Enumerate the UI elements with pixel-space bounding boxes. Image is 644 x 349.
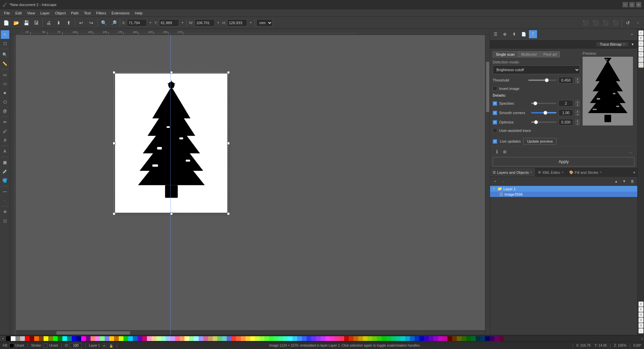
color-swatch[interactable] [34, 336, 39, 341]
close-button[interactable]: × [636, 2, 641, 7]
color-swatch[interactable] [105, 336, 109, 341]
color-swatch[interactable] [447, 336, 452, 341]
color-swatch[interactable] [424, 336, 429, 341]
speckles-checkbox[interactable]: ✓ [493, 101, 497, 106]
color-swatch[interactable] [119, 336, 123, 341]
more-options[interactable]: ... [626, 150, 635, 154]
optimize-up[interactable]: ▲ [575, 119, 580, 122]
color-swatch[interactable] [175, 336, 180, 341]
menu-text[interactable]: Text [81, 10, 93, 16]
color-swatch[interactable] [156, 336, 161, 341]
paint-bucket-tool[interactable]: 🪣 [1, 176, 9, 185]
smooth-corners-down[interactable]: ▼ [575, 113, 580, 116]
no-color-swatch[interactable]: ✕ [1, 336, 5, 341]
color-swatch[interactable] [180, 336, 184, 341]
apply-button[interactable]: Apply [493, 157, 635, 166]
maximize-button[interactable]: □ [629, 2, 635, 7]
speckles-slider[interactable] [531, 103, 556, 104]
color-swatch[interactable] [264, 336, 269, 341]
color-swatch[interactable] [6, 336, 11, 341]
color-swatch[interactable] [48, 336, 53, 341]
scrollbar-thumb-horizontal[interactable] [56, 331, 130, 335]
y-input[interactable] [159, 19, 179, 27]
tab-multicolor[interactable]: Multicolor [518, 51, 540, 57]
speckles-stepper[interactable]: ▲ ▼ [575, 100, 580, 107]
canvas-area[interactable]: 25 50 75 100 125 150 175 200 225 250 275 [10, 29, 490, 335]
color-swatch[interactable] [292, 336, 297, 341]
color-swatch[interactable] [58, 336, 62, 341]
color-swatch[interactable] [339, 336, 344, 341]
color-swatch[interactable] [194, 336, 199, 341]
color-swatch[interactable] [255, 336, 260, 341]
color-swatch[interactable] [386, 336, 391, 341]
color-swatch[interactable] [39, 336, 44, 341]
minimize-button[interactable]: − [623, 2, 628, 7]
menu-filters[interactable]: Filters [94, 10, 109, 16]
color-swatch[interactable] [250, 336, 255, 341]
optimize-input[interactable] [558, 119, 573, 126]
tab-pixel-art[interactable]: Pixel art [540, 51, 560, 57]
layer-delete-button[interactable]: 🗑 [629, 178, 636, 185]
handle-bc[interactable] [170, 212, 173, 215]
color-swatch[interactable] [410, 336, 415, 341]
color-swatch[interactable] [231, 336, 236, 341]
edge-btn-5[interactable]: ✂ [638, 52, 644, 57]
stroke-color-box[interactable] [43, 343, 48, 348]
text-tool[interactable]: A [1, 147, 9, 156]
fill-color-box[interactable] [9, 343, 14, 348]
menu-help[interactable]: Help [132, 10, 145, 16]
w-increase[interactable]: + [215, 18, 221, 28]
edge-btn-1[interactable]: ≡ [638, 30, 644, 36]
menu-file[interactable]: File [1, 10, 13, 16]
color-swatch[interactable] [203, 336, 208, 341]
layers-panel-expand[interactable]: ▾ [631, 168, 637, 177]
save-copy-button[interactable]: 🖫 [32, 18, 41, 28]
panel-icon-doc[interactable]: 📄 [520, 30, 528, 38]
tab-trace-bitmap-close[interactable]: × [623, 42, 625, 46]
color-swatch[interactable] [316, 336, 321, 341]
color-swatch[interactable] [335, 336, 339, 341]
color-swatch[interactable] [147, 336, 152, 341]
threshold-slider[interactable] [528, 80, 556, 81]
smooth-corners-up[interactable]: ▲ [575, 109, 580, 113]
color-swatch[interactable] [311, 336, 316, 341]
edge-btn-6[interactable]: 📋 [638, 57, 644, 62]
edge-btn-11[interactable]: ⚙ [638, 317, 644, 323]
color-swatch[interactable] [123, 336, 128, 341]
panel-icon-find[interactable]: ⊕ [501, 30, 509, 38]
color-swatch[interactable] [354, 336, 358, 341]
color-swatch[interactable] [246, 336, 250, 341]
color-swatch[interactable] [452, 336, 457, 341]
color-swatch[interactable] [307, 336, 311, 341]
scrollbar-thumb-vertical[interactable] [486, 62, 489, 112]
ellipse-tool[interactable]: ⬭ [1, 80, 9, 88]
update-preview-button[interactable]: Update preview [523, 138, 556, 145]
edge-btn-10[interactable]: ⚙ [638, 312, 644, 317]
color-swatch[interactable] [485, 336, 490, 341]
zoom-tool[interactable]: 🔍 [1, 50, 9, 59]
threshold-input[interactable] [558, 77, 573, 84]
opacity-input[interactable] [70, 343, 82, 348]
menu-view[interactable]: View [24, 10, 38, 16]
connector-tool[interactable]: — [1, 187, 9, 196]
color-swatch[interactable] [166, 336, 170, 341]
edge-btn-9[interactable]: ⬇ [638, 307, 644, 312]
color-swatch[interactable] [213, 336, 217, 341]
handle-br[interactable] [227, 212, 230, 215]
tab-single-scan[interactable]: Single scan [493, 51, 518, 57]
open-button[interactable]: 📂 [11, 18, 21, 28]
export-button[interactable]: ⬆ [64, 18, 73, 28]
pen-tool[interactable]: 🖊 [1, 127, 9, 136]
optimize-slider[interactable] [531, 121, 556, 123]
color-swatch[interactable] [321, 336, 325, 341]
menu-path[interactable]: Path [68, 10, 82, 16]
menu-edit[interactable]: Edit [13, 10, 24, 16]
color-swatch[interactable] [349, 336, 354, 341]
tab-layers-close[interactable]: × [530, 170, 532, 174]
edge-collapse[interactable]: › [638, 328, 644, 334]
poly-tool[interactable]: ⬠ [1, 98, 9, 106]
color-swatch[interactable] [377, 336, 382, 341]
align-center-button[interactable]: ⬛ [591, 18, 600, 28]
invert-checkbox[interactable] [493, 86, 497, 91]
pencil-tool[interactable]: ✏ [1, 118, 9, 127]
